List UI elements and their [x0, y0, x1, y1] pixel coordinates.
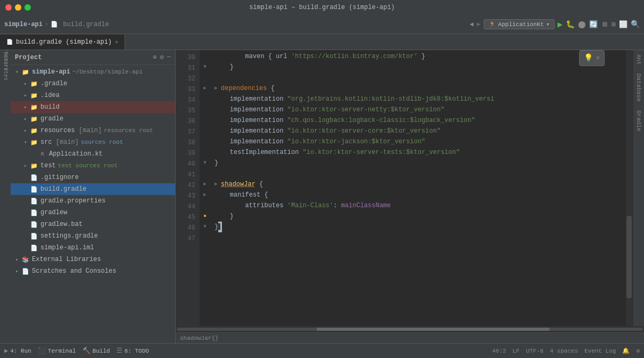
build-tab[interactable]: 🔨 Build — [82, 347, 110, 355]
tree-arrow: ▾ — [21, 138, 30, 147]
tree-item-root[interactable]: ▾ 📁 simple-api ~/Desktop/simple-api — [11, 66, 175, 78]
collapse-icon[interactable]: — — [167, 53, 171, 61]
tree-item-application-kt[interactable]: K Application.kt — [11, 148, 175, 160]
tree-item-idea[interactable]: ▸ 📁 .idea — [11, 90, 175, 101]
line-separator[interactable]: LF — [513, 348, 519, 354]
project-icon: 📁 — [21, 68, 30, 76]
code-editor: 30 31 32 33 34 35 36 37 38 39 40 41 42 4… — [176, 50, 644, 326]
file-icon: 📄 — [30, 208, 38, 217]
run-tab-label: 4: Run — [10, 348, 31, 354]
project-label: simple-api — [32, 68, 70, 76]
locate-file-icon[interactable]: ⊕ — [153, 53, 156, 61]
file-encoding[interactable]: UTF-8 — [526, 348, 543, 354]
search-icon[interactable]: 🔍 — [631, 20, 640, 29]
tree-label: test — [40, 162, 56, 169]
run-icon: ▶ — [4, 347, 8, 355]
tree-item-gradlew[interactable]: ▸ 📄 gradlew — [11, 207, 175, 218]
back-icon[interactable]: ◀ — [470, 20, 474, 28]
tree-arrow: ▸ — [21, 103, 30, 111]
tree-item-gradle[interactable]: ▸ 📁 gradle — [11, 113, 175, 125]
code-line-37: implementation "io.ktor:ktor-server-core… — [214, 126, 622, 136]
code-line-35: implementation "io.ktor:ktor-server-nett… — [214, 104, 622, 115]
tree-label: Application.kt — [49, 150, 103, 158]
tree-item-build-gradle[interactable]: ▸ 📄 build.gradle — [11, 183, 175, 195]
terminal-tab[interactable]: ⬛ Terminal — [38, 347, 76, 355]
forward-icon[interactable]: ▶ — [477, 20, 481, 28]
horizontal-scrollbar[interactable] — [176, 326, 644, 332]
code-line-43: manifest { — [214, 190, 622, 200]
resources-root-label: resources root — [104, 127, 153, 134]
minimize-button[interactable] — [15, 4, 21, 11]
favorites-icon[interactable]: Favorites — [1, 62, 10, 70]
code-line-38: implementation "io.ktor:ktor-jackson:$kt… — [214, 136, 622, 147]
split-icon[interactable]: ⬜ — [619, 20, 628, 29]
database-panel-label[interactable]: Database — [633, 69, 644, 106]
window-title: simple-api – build.gradle (simple-api) — [249, 4, 395, 11]
main-content: Structure Favorites Project ⊕ ⚙ — ▾ 📁 si… — [0, 50, 644, 343]
run-config-button[interactable]: 🏃 ApplicationKt ▾ — [484, 19, 554, 29]
debug-icon[interactable]: 🐛 — [566, 20, 575, 29]
gradle-panel-label[interactable]: Gradle — [633, 106, 644, 136]
tree-label: gradlew.bat — [40, 221, 82, 228]
code-content[interactable]: 💡 ✕ maven { url 'https://kotlin.bintray.… — [210, 50, 626, 326]
event-log-link[interactable]: Event Log — [584, 348, 616, 354]
tree-item-src[interactable]: ▾ 📁 src [main] sources root — [11, 136, 175, 148]
code-line-30: maven { url 'https://kotlin.bintray.com/… — [214, 51, 622, 62]
folder-icon: 📁 — [30, 91, 38, 100]
tree-item-iml[interactable]: ▸ 📄 simple-api.iml — [11, 242, 175, 254]
tree-item-gradlew-bat[interactable]: ▸ 📄 gradlew.bat — [11, 218, 175, 230]
breadcrumb: simple-api › 📄 build.gradle — [4, 21, 109, 28]
suggestion-close-button[interactable]: ✕ — [596, 53, 600, 63]
layout-icon[interactable]: ⊞ — [612, 20, 616, 29]
todo-icon: ☰ — [117, 347, 122, 355]
indent-size[interactable]: 4 spaces — [550, 348, 578, 354]
folder-icon: 📁 — [30, 126, 38, 135]
tab-close-icon[interactable]: ✕ — [115, 39, 118, 45]
breadcrumb-project[interactable]: simple-api — [4, 21, 43, 28]
stop-icon[interactable]: ⏹ — [601, 20, 608, 29]
tab-label: build.gradle (simple-api) — [16, 38, 112, 46]
tree-item-external-libs[interactable]: ▸ 📚 External Libraries — [11, 254, 175, 265]
tree-item-gradle-dir[interactable]: ▸ 📁 .gradle — [11, 78, 175, 90]
tree-label: settings.gradle — [40, 232, 98, 240]
code-line-47 — [214, 232, 622, 243]
tree-item-resources[interactable]: ▸ 📁 resources [main] resources root — [11, 125, 175, 136]
tree-item-settings-gradle[interactable]: ▸ 📄 settings.gradle — [11, 230, 175, 242]
tab-file-icon: 📄 — [6, 39, 13, 45]
tree-label: build — [40, 103, 60, 111]
tree-item-test[interactable]: ▸ 📁 test test sources root — [11, 160, 175, 172]
right-panels: Ant Database Gradle — [633, 50, 644, 326]
code-line-32 — [214, 72, 622, 83]
gradle-icon: 📄 — [30, 232, 38, 240]
cursor-position: 46:2 — [492, 348, 506, 354]
coverage-icon[interactable]: ⬤ — [578, 20, 586, 29]
terminal-icon: ⬛ — [38, 347, 46, 355]
tree-arrow: ▸ — [13, 255, 21, 264]
settings-icon[interactable]: ⚙ — [636, 347, 640, 354]
tree-item-build[interactable]: ▸ 📁 build — [11, 101, 175, 113]
tree-arrow: ▸ — [21, 91, 30, 100]
scrollbar-track — [177, 328, 643, 331]
maximize-button[interactable] — [24, 4, 31, 11]
tree-item-gitignore[interactable]: ▸ 📄 .gitignore — [11, 172, 175, 183]
scrollbar-thumb[interactable] — [317, 328, 550, 331]
gradle-icon: 📄 — [30, 185, 38, 193]
tree-item-scratches[interactable]: ▸ 📄 Scratches and Consoles — [11, 265, 175, 277]
ant-panel-label[interactable]: Ant — [633, 50, 644, 69]
close-button[interactable] — [5, 4, 12, 11]
file-icon: 📄 — [30, 173, 38, 182]
run-icon[interactable]: ▶ — [558, 19, 563, 30]
settings-icon[interactable]: ⚙ — [160, 53, 164, 61]
run-tab[interactable]: ▶ 4: Run — [4, 347, 31, 355]
tree-label: resources [main] — [40, 127, 102, 134]
run-with-coverage-icon[interactable]: 🔄 — [589, 20, 598, 29]
code-line-40: } — [214, 158, 622, 168]
tree-arrow: ▸ — [13, 267, 21, 275]
tree-item-gradle-properties[interactable]: ▸ 📄 gradle.properties — [11, 195, 175, 207]
breadcrumb-file: 📄 build.gradle — [51, 21, 109, 28]
code-line-44: attributes 'Main-Class': mainClassName — [214, 200, 622, 211]
todo-tab[interactable]: ☰ 6: TODO — [117, 347, 149, 355]
tab-build-gradle[interactable]: 📄 build.gradle (simple-api) ✕ — [0, 35, 125, 50]
title-bar: simple-api – build.gradle (simple-api) — [0, 0, 644, 15]
vertical-scrollbar[interactable] — [626, 50, 633, 326]
